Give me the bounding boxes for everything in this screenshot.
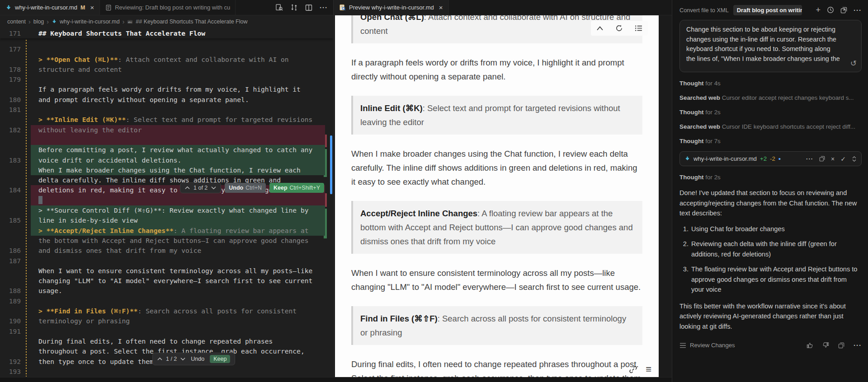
code-line[interactable]: changing "LLM" to "AI model" everywhere—… xyxy=(0,256,333,266)
chat-tab-draft-blog[interactable]: Draft blog post on writing xyxy=(733,5,802,15)
shortcut-name: Inline Edit (⌘K) xyxy=(360,103,423,113)
preview-blockquote: Accept/Reject Inline Changes: A floating… xyxy=(351,201,642,254)
reply-list-item: Using Chat for broader changes xyxy=(690,224,861,234)
shortcut-name: Open Chat (⌘L) xyxy=(360,15,424,22)
thought-event[interactable]: Thought for 2s xyxy=(679,174,862,181)
open-preview-icon[interactable] xyxy=(275,4,283,11)
chevron-down-icon[interactable] xyxy=(180,357,185,361)
code-editor[interactable]: 171 ## Keyboard Shortcuts That Accelerat… xyxy=(0,28,333,377)
chevron-up-icon[interactable] xyxy=(157,357,162,361)
reply-intro: Done! I've updated that section to focus… xyxy=(679,188,861,219)
tab-reviewing-draft[interactable]: Reviewing: Draft blog post on writing wi… xyxy=(100,0,236,15)
code-line[interactable]: consistent changes across a document fas… xyxy=(0,367,333,377)
tab-why-i-write-in-cursor[interactable]: why-i-write-in-cursor.md M × xyxy=(0,0,100,15)
line-text: Before committing a post, I review what … xyxy=(38,145,312,155)
more-actions-icon[interactable]: ··· xyxy=(854,6,862,14)
assistant-reply: Done! I've updated that section to focus… xyxy=(679,188,861,331)
diff-counter: 1 of 2 xyxy=(193,185,208,191)
lines-removed: -2 xyxy=(770,155,775,162)
chat-header-icons: + ··· xyxy=(816,5,862,15)
history-icon[interactable] xyxy=(827,6,834,14)
preview-toolbar xyxy=(591,21,648,36)
chevron-up-icon[interactable] xyxy=(185,186,190,190)
thought-event[interactable]: Thought for 2s xyxy=(679,109,862,116)
searched-web-event[interactable]: Searched web Cursor editor accept reject… xyxy=(679,94,862,101)
undo-button[interactable]: UndoCtrl+N xyxy=(225,183,266,193)
new-chat-icon[interactable]: + xyxy=(816,5,821,15)
line-text: > **Open Chat (⌘L)**: Attach context and… xyxy=(38,55,289,65)
user-message-bubble[interactable]: Change this section to be about keeping … xyxy=(679,20,862,72)
keep-button[interactable]: KeepCtrl+Shift+Y xyxy=(269,183,324,193)
code-line[interactable]: throughout a post. Select the first inst… xyxy=(0,326,333,336)
thumbs-down-icon[interactable] xyxy=(822,342,829,349)
reply-action-icons: ··· xyxy=(807,341,862,349)
review-changes-button[interactable]: Review Changes xyxy=(679,342,735,349)
code-line[interactable]: without leaving the editor xyxy=(0,105,333,115)
chevron-down-icon[interactable] xyxy=(211,186,216,190)
line-text xyxy=(38,196,42,205)
searched-web-event[interactable]: Searched web Cursor IDE keyboard shortcu… xyxy=(679,123,862,130)
line-number: 171 xyxy=(0,28,21,38)
tab-preview[interactable]: Preview why-i-write-in-cursor.md × xyxy=(334,0,449,15)
preview-paragraph: If a paragraph feels wordy or drifts fro… xyxy=(351,56,642,84)
keep-button[interactable]: Keep xyxy=(210,355,230,363)
symbol-icon: abc xyxy=(127,19,133,25)
preview-footer-icons: ≡ xyxy=(629,364,651,374)
open-window-icon[interactable] xyxy=(840,7,847,14)
thought-event[interactable]: Thought for 7s xyxy=(679,138,862,144)
diff-review-widget-top: 1 of 2 UndoCtrl+N KeepCtrl+Shift+Y xyxy=(180,182,324,193)
chat-tab-convert-xml[interactable]: Convert file to XML xyxy=(679,7,729,14)
expand-collapse-icon[interactable] xyxy=(852,156,857,162)
close-tab-icon[interactable]: × xyxy=(439,4,443,11)
reject-icon[interactable]: × xyxy=(831,155,835,163)
line-text: > **Find in Files (⌘⇧F)**: Search across… xyxy=(38,306,297,316)
preview-paragraph: During final edits, I often need to chan… xyxy=(351,357,642,377)
list-icon[interactable] xyxy=(635,25,642,32)
code-line[interactable]: and prompt directly without opening a se… xyxy=(0,75,333,84)
markdown-preview-content: Open Chat (⌘L): Attach context and colla… xyxy=(335,15,659,377)
split-editor-icon[interactable] xyxy=(305,4,312,11)
more-actions-icon[interactable]: ··· xyxy=(320,4,328,11)
code-line[interactable]: voice drift or accidental deletions. xyxy=(0,135,333,145)
modified-badge: M xyxy=(80,5,85,11)
diff-counter: 1 / 2 xyxy=(166,356,177,362)
line-text: > **Inline Edit (⌘K)**: Select text and … xyxy=(38,115,312,125)
link-icon[interactable] xyxy=(629,365,637,374)
shortcut-name: Find in Files (⌘⇧F) xyxy=(360,314,438,323)
collapse-up-icon[interactable] xyxy=(596,26,604,31)
breadcrumb-item-symbol[interactable]: ## Keyboard Shortcuts That Accelerate Fl… xyxy=(136,19,247,25)
thought-event[interactable]: Thought for 4s xyxy=(679,80,862,87)
more-actions-icon[interactable]: ··· xyxy=(806,155,813,162)
code-line[interactable]: line in side-by-side view xyxy=(0,196,333,205)
refresh-icon[interactable] xyxy=(615,24,623,32)
bottom-strip xyxy=(0,377,672,382)
copy-icon[interactable] xyxy=(838,342,844,349)
line-text: line in side-by-side view xyxy=(38,215,138,225)
code-line[interactable]: terminology or phrasing xyxy=(0,296,333,306)
preview-pane: Preview why-i-write-in-cursor.md × Open … xyxy=(333,0,672,382)
more-actions-icon[interactable]: ··· xyxy=(854,341,862,349)
undo-button[interactable]: Undo xyxy=(189,355,206,363)
edited-file-chip[interactable]: why-i-write-in-cursor.md +2 -2 • ··· × ✓ xyxy=(679,151,862,166)
line-text: and dismiss ones that drift from my voic… xyxy=(38,246,201,256)
breadcrumb-item-file[interactable]: why-i-write-in-cursor.md xyxy=(60,19,120,25)
markdown-file-icon xyxy=(5,5,12,11)
reply-outro: This fits better with the workflow narra… xyxy=(679,301,861,332)
preview-blockquote: Inline Edit (⌘K): Select text and prompt… xyxy=(351,96,642,135)
lines-icon xyxy=(679,343,686,348)
breadcrumb-item-blog[interactable]: blog xyxy=(33,19,44,25)
thumbs-up-icon[interactable] xyxy=(807,342,813,349)
restore-checkpoint-icon[interactable]: ↺ xyxy=(850,59,857,68)
close-tab-icon[interactable]: × xyxy=(90,4,94,11)
compare-changes-icon[interactable] xyxy=(290,4,298,11)
sticky-scroll-line[interactable]: 171 ## Keyboard Shortcuts That Accelerat… xyxy=(0,28,333,38)
code-line[interactable]: structure and content xyxy=(0,44,333,54)
breadcrumb-item-content[interactable]: content xyxy=(7,19,26,25)
menu-icon[interactable]: ≡ xyxy=(646,364,651,374)
accept-icon[interactable]: ✓ xyxy=(840,155,846,163)
line-text: When I want to ensure consistent termino… xyxy=(38,266,312,276)
svg-text:abc: abc xyxy=(128,20,132,23)
copy-icon[interactable] xyxy=(819,156,825,162)
chevron-right-icon: › xyxy=(47,18,49,25)
user-message-text: keyboard shortcut if you need to. Someth… xyxy=(686,44,849,54)
